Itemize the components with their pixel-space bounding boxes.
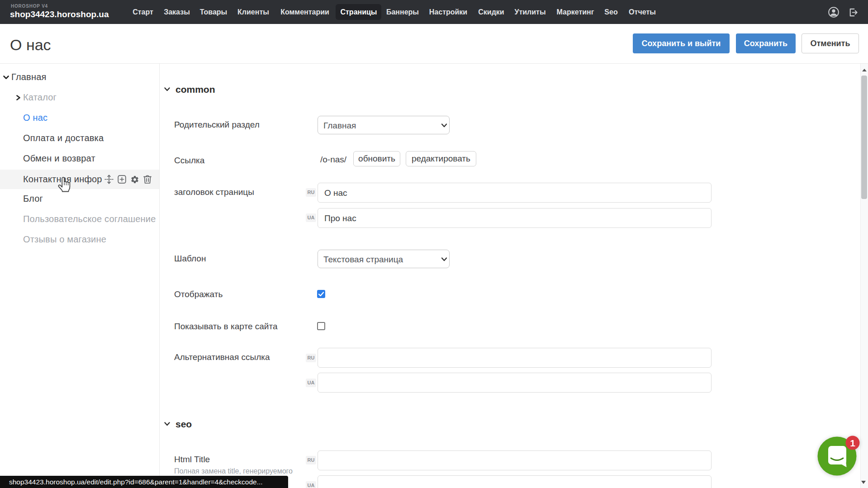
svg-text:1: 1 — [850, 438, 855, 448]
